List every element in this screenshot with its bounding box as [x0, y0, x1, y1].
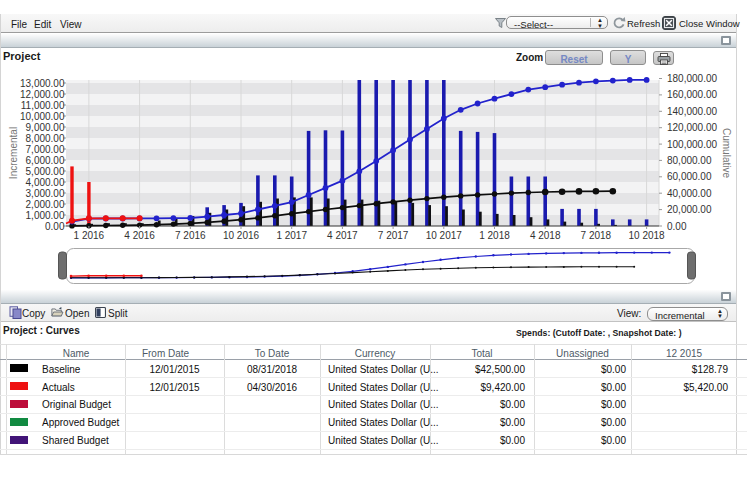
svg-text:9,000.00: 9,000.00: [26, 122, 65, 133]
svg-text:1 2016: 1 2016: [74, 230, 105, 241]
svg-text:1 2018: 1 2018: [479, 230, 510, 241]
svg-text:3,000.00: 3,000.00: [26, 188, 65, 199]
svg-text:Incremental: Incremental: [8, 127, 19, 179]
svg-text:7,000.00: 7,000.00: [26, 144, 65, 155]
svg-text:Cumulative: Cumulative: [721, 128, 732, 178]
svg-text:7 2018: 7 2018: [581, 230, 612, 241]
svg-text:2,000.00: 2,000.00: [26, 199, 65, 210]
svg-text:80,000.00: 80,000.00: [667, 155, 712, 166]
svg-text:1 2017: 1 2017: [276, 230, 307, 241]
svg-text:4 2016: 4 2016: [124, 230, 155, 241]
svg-text:100,000.00: 100,000.00: [667, 139, 717, 150]
svg-text:10,000.00: 10,000.00: [20, 111, 65, 122]
svg-text:5,000.00: 5,000.00: [26, 166, 65, 177]
svg-text:6,000.00: 6,000.00: [26, 155, 65, 166]
svg-text:8,000.00: 8,000.00: [26, 133, 65, 144]
svg-text:13,000.00: 13,000.00: [20, 78, 65, 89]
svg-text:4 2018: 4 2018: [530, 230, 561, 241]
svg-text:10 2017: 10 2017: [426, 230, 463, 241]
svg-text:20,000.00: 20,000.00: [667, 204, 712, 215]
svg-text:7 2016: 7 2016: [175, 230, 206, 241]
svg-text:180,000.00: 180,000.00: [667, 73, 717, 84]
svg-text:60,000.00: 60,000.00: [667, 171, 712, 182]
svg-text:160,000.00: 160,000.00: [667, 89, 717, 100]
svg-text:7 2017: 7 2017: [378, 230, 409, 241]
svg-text:10 2016: 10 2016: [223, 230, 260, 241]
svg-text:12,000.00: 12,000.00: [20, 89, 65, 100]
svg-text:4,000.00: 4,000.00: [26, 177, 65, 188]
svg-text:11,000.00: 11,000.00: [21, 100, 65, 111]
svg-text:120,000.00: 120,000.00: [667, 122, 717, 133]
svg-text:10 2018: 10 2018: [629, 230, 666, 241]
svg-text:0.00: 0.00: [667, 221, 687, 232]
svg-text:40,000.00: 40,000.00: [667, 188, 712, 199]
svg-text:0.00: 0.00: [45, 221, 65, 232]
svg-text:4 2017: 4 2017: [327, 230, 358, 241]
svg-text:140,000.00: 140,000.00: [667, 106, 717, 117]
svg-text:1,000.00: 1,000.00: [26, 210, 65, 221]
